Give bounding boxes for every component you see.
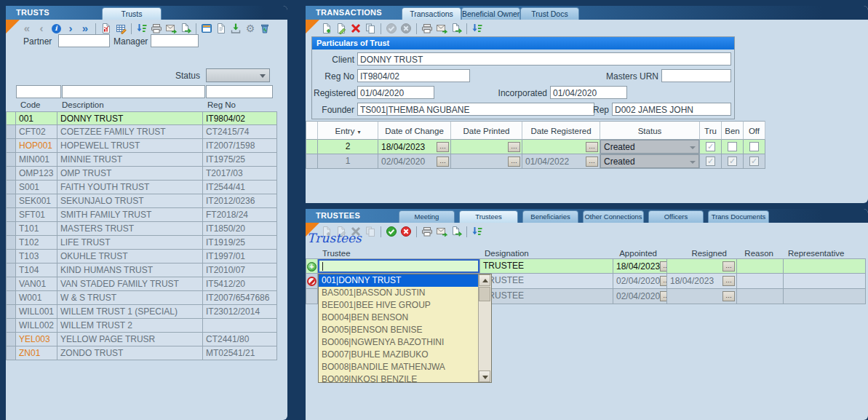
date-picker-button[interactable]: … xyxy=(508,142,520,152)
next-record-icon[interactable]: › xyxy=(64,22,77,35)
settings-icon[interactable]: ⚙ xyxy=(244,22,257,35)
recycle-bin-icon[interactable] xyxy=(258,22,271,35)
founder-input[interactable] xyxy=(357,103,594,116)
client-input[interactable] xyxy=(357,52,731,66)
filter-code-input[interactable] xyxy=(16,85,61,98)
last-record-icon[interactable]: » xyxy=(79,22,92,35)
tab-meeting[interactable]: Meeting xyxy=(399,210,455,223)
first-record-icon[interactable]: « xyxy=(20,22,33,35)
import-icon[interactable] xyxy=(229,22,242,35)
dropdown-item[interactable]: BAS001|BASSON JUSTIN xyxy=(319,287,478,299)
trust-row[interactable]: CFT02COETZEE FAMILY TRUSTCT2415/74 xyxy=(6,125,277,139)
print-icon[interactable] xyxy=(150,22,163,35)
export-icon[interactable] xyxy=(450,22,463,35)
delete-icon[interactable] xyxy=(349,22,362,35)
manager-input[interactable] xyxy=(151,34,199,47)
trust-row[interactable]: 001DONNY TRUSTIT9804/02 xyxy=(6,111,277,125)
sort-icon[interactable] xyxy=(471,22,484,35)
dropdown-item[interactable]: 001|DONNY TRUST xyxy=(319,274,478,287)
print-icon[interactable] xyxy=(421,22,434,35)
masters-urn-input[interactable] xyxy=(661,69,731,82)
edit-icon[interactable] xyxy=(335,22,348,35)
partner-input[interactable] xyxy=(58,34,110,47)
tru-checkbox[interactable]: ✓ xyxy=(706,142,715,151)
scroll-up-icon[interactable] xyxy=(479,274,490,286)
cancel-icon[interactable] xyxy=(399,225,413,238)
trust-row[interactable]: OMP123OMP TRUSTT2017/03 xyxy=(6,167,277,181)
print-icon[interactable] xyxy=(421,225,434,238)
trust-row[interactable]: MIN001MINNIE TRUSTIT1975/25 xyxy=(6,153,277,167)
sort-icon[interactable] xyxy=(471,225,484,238)
new-icon[interactable] xyxy=(320,22,333,35)
export-icon[interactable] xyxy=(450,225,463,238)
tab-trustees[interactable]: Trustees xyxy=(459,210,518,223)
date-picker-button[interactable]: … xyxy=(586,142,598,152)
status-dropdown[interactable]: Created xyxy=(600,154,699,168)
off-checkbox[interactable] xyxy=(749,142,759,151)
trust-row[interactable]: S001FAITH YOUTH TRUSTIT2544/41 xyxy=(6,181,277,194)
rep-input[interactable] xyxy=(612,103,731,116)
export-icon[interactable] xyxy=(179,22,192,35)
trust-row[interactable]: SEK001SEKUNJALO TRUSTIT2012/0236 xyxy=(6,194,277,208)
date-picker-button[interactable]: … xyxy=(722,261,735,272)
tab-officers[interactable]: Officers xyxy=(648,210,704,223)
dropdown-item[interactable]: BO007|BUHLE MAZIBUKO xyxy=(319,349,478,361)
tab-trust-docs[interactable]: Trust Docs xyxy=(520,7,579,20)
grid-edit-icon[interactable] xyxy=(114,22,127,35)
ben-checkbox[interactable]: ✓ xyxy=(728,156,737,166)
email-icon[interactable] xyxy=(435,225,448,238)
date-picker-button[interactable]: … xyxy=(586,156,598,167)
dropdown-item[interactable]: BO009|NKOSI BENZILE xyxy=(319,373,478,382)
tab-trusts[interactable]: Trusts xyxy=(102,7,162,20)
filter-description-input[interactable] xyxy=(62,85,205,98)
tab-trans-documents[interactable]: Trans Documents xyxy=(708,210,769,223)
date-picker-button[interactable]: … xyxy=(437,142,449,152)
scrollbar-thumb[interactable] xyxy=(479,287,490,301)
tab-beneficiaries[interactable]: Beneficiaries xyxy=(522,210,578,223)
dropdown-item[interactable]: BO008|BANDILE MATHENJWA xyxy=(319,361,478,373)
trust-row[interactable]: W001W & S TRUSTIT2007/6547686 xyxy=(6,291,277,305)
dropdown-item[interactable]: BEE001|BEE HIVE GROUP xyxy=(319,299,478,312)
trust-row[interactable]: YEL003YELLOW PAGE TRUSRCT2441/80 xyxy=(6,333,277,346)
date-picker-button[interactable]: … xyxy=(722,276,735,286)
date-picker-button[interactable]: … xyxy=(722,291,735,301)
dropdown-scrollbar[interactable] xyxy=(478,274,491,382)
status-select[interactable] xyxy=(206,68,270,82)
trust-row[interactable]: T104KIND HUMANS TRUSTIT2010/07 xyxy=(6,264,277,277)
incorporated-input[interactable] xyxy=(550,86,627,99)
tru-checkbox[interactable]: ✓ xyxy=(706,156,715,166)
trust-row[interactable]: T103OKUHLE TRUSTIT1997/01 xyxy=(6,250,277,264)
tab-other-connections[interactable]: Other Connections xyxy=(583,210,644,223)
trust-row[interactable]: ZN01ZONDO TRUSTMT02541/21 xyxy=(6,346,277,360)
trust-row[interactable]: T102LIFE TRUSTIT1919/25 xyxy=(6,236,277,250)
regno-input[interactable] xyxy=(357,69,470,82)
registered-input[interactable] xyxy=(357,86,434,99)
scroll-down-icon[interactable] xyxy=(479,371,490,382)
trustee-input[interactable] xyxy=(318,259,479,273)
tab-beneficial-owner[interactable]: Beneficial Owner... xyxy=(461,7,520,20)
confirm-icon[interactable] xyxy=(385,225,398,238)
trust-row[interactable]: SFT01SMITH FAMILY TRUSTFT2018/24 xyxy=(6,208,277,222)
copy-icon[interactable] xyxy=(364,22,377,35)
dropdown-item[interactable]: BO005|BENSON BENISE xyxy=(319,324,478,336)
status-dropdown[interactable]: Created xyxy=(600,140,699,154)
off-checkbox[interactable]: ✓ xyxy=(749,156,759,166)
info-icon[interactable]: i xyxy=(49,22,63,35)
trustee-row[interactable]: +TRUSTEE18/04/2023…… xyxy=(306,258,866,274)
window-icon[interactable] xyxy=(200,22,213,35)
date-picker-button[interactable]: … xyxy=(437,156,449,167)
prev-record-icon[interactable]: ‹ xyxy=(35,22,48,35)
report-icon[interactable] xyxy=(100,22,113,35)
transaction-row[interactable]: 102/04/2020……01/04/2022…Created✓✓✓ xyxy=(306,154,765,169)
email-icon[interactable] xyxy=(435,22,448,35)
date-picker-button[interactable]: … xyxy=(660,291,667,301)
sort-icon[interactable] xyxy=(135,22,148,35)
transaction-row[interactable]: 218/04/2023………Created✓ xyxy=(306,140,765,154)
filter-regno-input[interactable] xyxy=(206,85,273,98)
trust-row[interactable]: WILL001WILLEM TRUST 1 (SPECIAL)IT23012/2… xyxy=(6,305,277,319)
trust-row[interactable]: VAN01VAN STADED FAMILY TRUSTIT5412/20 xyxy=(6,277,277,291)
dropdown-item[interactable]: BO004|BEN BENSON xyxy=(319,312,478,324)
date-picker-button[interactable]: … xyxy=(508,156,520,167)
date-picker-button[interactable]: … xyxy=(660,261,667,272)
document-icon[interactable] xyxy=(215,22,228,35)
